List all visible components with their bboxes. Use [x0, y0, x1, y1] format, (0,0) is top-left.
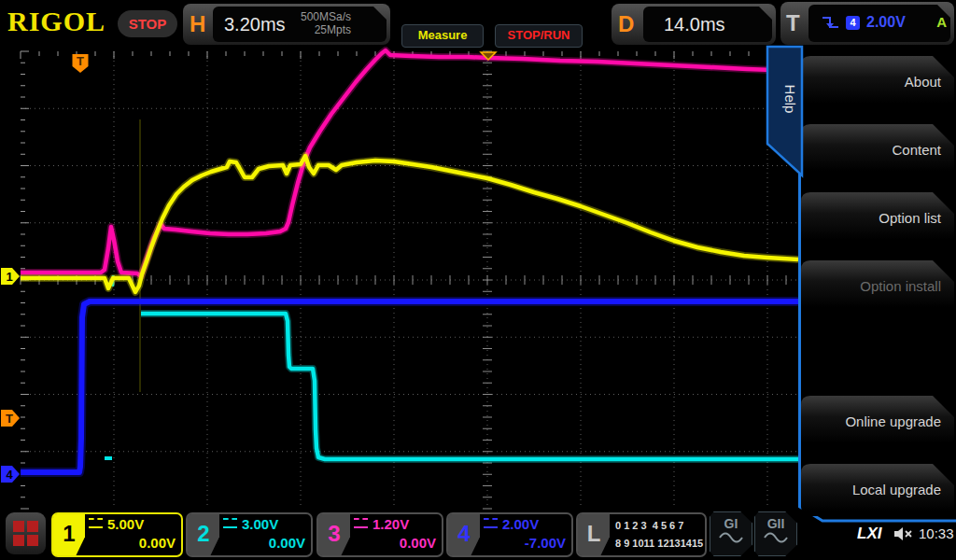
samplerate-memdepth: 500MSa/s25Mpts	[301, 10, 351, 36]
logic-row2: 8 9 1011 12131415	[615, 538, 703, 549]
channel-2-offset: 0.00V	[223, 534, 305, 553]
generator-1-button[interactable]: GI	[710, 511, 752, 556]
dc-coupling-icon	[223, 518, 237, 528]
delay-settings-box[interactable]: D 14.0ms	[612, 4, 776, 45]
trigger-settings-box[interactable]: T 4 2.00V A	[780, 2, 954, 45]
menu-item-label: Online upgrade	[845, 396, 954, 448]
falling-edge-trigger-icon	[822, 15, 840, 32]
generator-2-button[interactable]: GII	[754, 511, 797, 556]
horizontal-settings-box[interactable]: H 3.20ms 500MSa/s25Mpts	[183, 4, 390, 45]
menu-item-content[interactable]: Content	[801, 124, 954, 176]
channel-3-scale: 1.20V	[354, 515, 436, 534]
sine-icon	[764, 531, 788, 543]
scale-value: 3.00V	[242, 516, 278, 532]
channel-4-box[interactable]: 4 2.00V -7.00V	[446, 512, 573, 557]
svg-text:4: 4	[6, 468, 13, 482]
channel-2-number: 2	[188, 514, 219, 555]
svg-text:T: T	[6, 412, 13, 426]
menu-item-online-upgrade[interactable]: Online upgrade	[801, 396, 954, 448]
dc-coupling-icon	[89, 518, 103, 528]
logic-label: L	[578, 514, 610, 555]
channel-1-scale: 5.00V	[89, 515, 176, 534]
ch4-trace	[21, 301, 798, 472]
scale-value: 5.00V	[107, 516, 144, 532]
trigger-source-badge: 4	[846, 16, 860, 30]
lxi-indicator: LXI	[857, 525, 881, 543]
channel-3-offset: 0.00V	[354, 534, 436, 553]
svg-text:T: T	[77, 54, 84, 68]
trigger-label: T	[786, 10, 800, 36]
ch2-trace	[141, 314, 798, 459]
menu-item-option-install: Option install	[801, 260, 954, 313]
measure-button[interactable]: Measure	[401, 24, 484, 48]
sine-icon	[719, 531, 743, 543]
sample-rate: 500MSa/s	[301, 10, 351, 23]
menu-item-about[interactable]: About	[801, 56, 954, 108]
ch3-trace	[21, 50, 798, 276]
rigol-logo: RIGOL	[7, 6, 105, 37]
red-square-icon	[27, 521, 38, 532]
top-toolbar: RIGOL STOP H 3.20ms 500MSa/s25Mpts Measu…	[0, 0, 956, 47]
dc-coupling-icon	[354, 518, 368, 528]
generator-2-label: GII	[755, 516, 796, 531]
logic-channels-box[interactable]: L 0 1 2 3 4 5 6 78 9 1011 12131415	[576, 512, 707, 557]
memory-depth: 25Mpts	[315, 23, 351, 36]
acquisition-status-badge: STOP	[118, 10, 177, 37]
channel-1-box[interactable]: 1 5.00V 0.00V	[51, 512, 183, 557]
red-square-icon	[27, 535, 38, 546]
red-square-icon	[13, 535, 24, 546]
channel-1-offset: 0.00V	[89, 534, 176, 553]
bottom-status-bar: 1 5.00V 0.00V 2 3.00V 0.00V 3 1.20V 0.00…	[0, 509, 956, 560]
trigger-level-marker	[1, 410, 20, 427]
help-tab-label: Help	[782, 85, 798, 114]
dc-coupling-icon	[484, 518, 498, 528]
red-square-icon	[13, 521, 24, 532]
help-menu-panel: About Content Option list Option install…	[798, 47, 956, 525]
stop-run-button[interactable]: STOP/RUN	[495, 24, 583, 48]
scale-value: 1.20V	[373, 516, 409, 532]
ch1-ground-marker	[1, 268, 20, 285]
channel-3-number: 3	[318, 514, 350, 555]
oscilloscope-screen: { "brand": "RIGOL", "acq_status": "STOP"…	[0, 0, 956, 560]
svg-text:1: 1	[6, 270, 12, 284]
menu-item-option-list[interactable]: Option list	[801, 192, 954, 245]
ch4-ground-marker	[1, 466, 20, 483]
menu-item-label: Option install	[860, 260, 954, 313]
channel-1-number: 1	[53, 514, 85, 555]
horizontal-ref-marker	[481, 52, 496, 60]
help-tab[interactable]: Help	[764, 45, 805, 179]
channel-4-scale: 2.00V	[484, 515, 566, 534]
channel-4-number: 4	[448, 514, 480, 555]
horizontal-label: H	[190, 11, 205, 37]
timebase-value: 3.20ms	[224, 14, 286, 35]
trigger-position-marker	[73, 54, 89, 73]
clock: 10:33	[919, 525, 954, 541]
speaker-muted-icon	[893, 525, 915, 542]
scale-value: 2.00V	[502, 516, 539, 532]
logic-row1: 0 1 2 3 4 5 6 7	[615, 520, 683, 531]
delay-label: D	[618, 11, 634, 37]
trigger-level-value: 2.00V	[866, 14, 906, 31]
channel-2-scale: 3.00V	[223, 515, 305, 534]
trigger-mode-auto: A	[936, 14, 947, 30]
channel-2-box[interactable]: 2 3.00V 0.00V	[186, 512, 313, 557]
delay-value: 14.0ms	[664, 14, 725, 35]
channel-3-box[interactable]: 3 1.20V 0.00V	[316, 512, 443, 557]
channel-menu-button[interactable]	[6, 512, 46, 554]
generator-1-label: GI	[710, 516, 752, 531]
channel-4-offset: -7.00V	[484, 534, 566, 553]
ch1-trace	[21, 156, 798, 292]
